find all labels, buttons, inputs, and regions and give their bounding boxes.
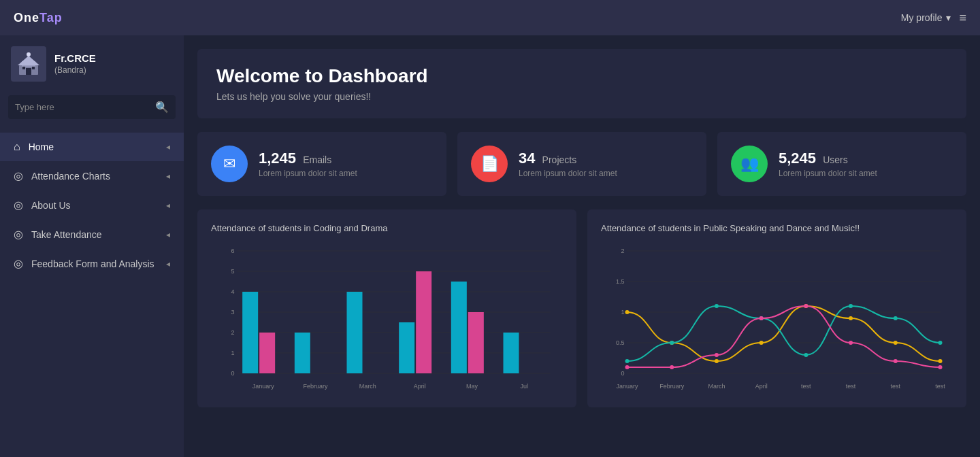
sidebar-item-label: Feedback Form and Analysis	[31, 258, 154, 269]
bar-pink-3	[416, 271, 431, 373]
my-profile-label: My profile	[901, 12, 943, 23]
chevron-icon: ◂	[166, 259, 170, 269]
bar-cyan-0	[242, 292, 258, 373]
svg-text:January: January	[616, 383, 638, 390]
feedback-icon: ◎	[14, 257, 23, 270]
svg-text:January: January	[252, 383, 275, 390]
svg-text:February: February	[303, 383, 328, 390]
chevron-icon: ◂	[166, 142, 170, 152]
bar-chart-title: Attendance of students in Coding and Dra…	[211, 223, 563, 233]
dot	[938, 365, 943, 369]
sidebar-logo-icon	[11, 46, 46, 82]
svg-text:6: 6	[231, 248, 234, 254]
about-icon: ◎	[14, 199, 23, 211]
dot	[894, 341, 898, 345]
chevron-down-icon: ▾	[946, 12, 951, 23]
stat-info-2: 5,245 Users Lorem ipsum dolor sit amet	[779, 150, 877, 178]
stat-card-0: ✉ 1,245 Emails Lorem ipsum dolor sit ame…	[197, 132, 446, 196]
bar-pink-4	[468, 312, 484, 373]
hamburger-icon[interactable]: ≡	[959, 11, 966, 25]
dot	[715, 304, 719, 308]
dot	[625, 310, 630, 314]
dot	[894, 316, 898, 320]
sidebar-item-feedback[interactable]: ◎ Feedback Form and Analysis ◂	[0, 249, 184, 278]
bar-cyan-5	[504, 333, 519, 373]
stat-label-2: Users	[823, 154, 848, 165]
my-profile-button[interactable]: My profile ▾	[901, 12, 951, 23]
charts-row: Attendance of students in Coding and Dra…	[197, 209, 966, 407]
svg-text:test: test	[935, 383, 945, 390]
stat-icon-1: 📄	[471, 146, 508, 182]
stat-number-0: 1,245 Emails	[259, 150, 357, 167]
welcome-banner: Welcome to Dashboard Lets us help you so…	[197, 49, 966, 118]
svg-text:April: April	[414, 383, 426, 390]
search-input[interactable]	[15, 102, 150, 112]
svg-text:4: 4	[231, 288, 234, 295]
svg-text:2: 2	[621, 248, 624, 254]
line-#eab308	[627, 306, 941, 361]
svg-text:1: 1	[231, 350, 234, 356]
welcome-title: Welcome to Dashboard	[216, 65, 947, 87]
top-nav: OneTap My profile ▾ ≡	[0, 0, 980, 35]
dot	[804, 353, 808, 357]
sidebar-logo: Fr.CRCE (Bandra)	[0, 46, 184, 95]
chevron-icon: ◂	[166, 230, 170, 239]
stat-number-2: 5,245 Users	[779, 150, 877, 167]
building-icon	[16, 52, 41, 76]
svg-marker-2	[18, 56, 39, 65]
stat-desc-2: Lorem ipsum dolor sit amet	[779, 169, 877, 178]
bar-chart-card: Attendance of students in Coding and Dra…	[197, 209, 576, 407]
svg-text:1.5: 1.5	[616, 278, 625, 285]
sidebar-item-take-attendance[interactable]: ◎ Take Attendance ◂	[0, 220, 184, 249]
svg-text:0: 0	[231, 370, 234, 377]
svg-text:1: 1	[621, 309, 624, 316]
stat-info-1: 34 Projects Lorem ipsum dolor sit amet	[519, 150, 617, 178]
sidebar-item-left: ◎ Attendance Charts	[14, 169, 110, 182]
dot	[625, 365, 630, 369]
sidebar-item-label: Attendance Charts	[31, 171, 110, 182]
sidebar-item-home[interactable]: ⌂ Home ◂	[0, 133, 184, 161]
dot	[715, 353, 719, 357]
stat-card-2: 👥 5,245 Users Lorem ipsum dolor sit amet	[717, 132, 966, 196]
svg-rect-3	[26, 68, 31, 75]
dot	[670, 341, 674, 345]
stat-icon-2: 👥	[731, 146, 768, 182]
dot	[715, 359, 719, 363]
sidebar-logo-subtitle: (Bandra)	[54, 65, 96, 76]
sidebar-item-left: ◎ About Us	[14, 199, 71, 211]
svg-text:March: March	[708, 383, 725, 390]
sidebar-item-label: Home	[29, 141, 54, 152]
svg-rect-4	[22, 67, 25, 69]
stat-icon-0: ✉	[211, 146, 248, 182]
line-chart-title: Attendance of students in Public Speakin…	[601, 223, 953, 233]
sidebar-item-attendance[interactable]: ◎ Attendance Charts ◂	[0, 161, 184, 190]
line-chart-card: Attendance of students in Public Speakin…	[587, 209, 966, 407]
sidebar-search[interactable]: 🔍	[8, 95, 176, 119]
sidebar-item-label: Take Attendance	[31, 229, 102, 240]
svg-text:5: 5	[231, 268, 234, 275]
dot	[938, 359, 943, 363]
stat-desc-0: Lorem ipsum dolor sit amet	[259, 169, 357, 178]
svg-point-6	[27, 52, 31, 56]
svg-text:0: 0	[621, 370, 624, 377]
bar-chart-svg: 0123456JanuaryFebruaryMarchAprilMayJul	[211, 244, 563, 394]
dot	[804, 304, 808, 308]
svg-text:April: April	[755, 383, 768, 390]
sidebar-logo-text: Fr.CRCE (Bandra)	[54, 52, 96, 75]
stat-card-1: 📄 34 Projects Lorem ipsum dolor sit amet	[457, 132, 706, 196]
dot	[849, 304, 853, 308]
brand-part2: Tap	[39, 11, 63, 24]
dot	[760, 341, 764, 345]
bar-cyan-3	[399, 322, 414, 373]
search-icon: 🔍	[155, 101, 169, 114]
svg-text:Jul: Jul	[520, 383, 528, 390]
brand: OneTap	[14, 11, 63, 25]
line-#14b8a6	[627, 306, 941, 361]
sidebar-item-label: About Us	[31, 200, 71, 211]
line-chart-container: 00.511.52JanuaryFebruaryMarchApriltestte…	[601, 244, 953, 394]
bar-cyan-2	[347, 292, 363, 373]
sidebar-item-about[interactable]: ◎ About Us ◂	[0, 190, 184, 220]
chevron-icon: ◂	[166, 171, 170, 181]
dot	[938, 341, 943, 345]
main-content: Welcome to Dashboard Lets us help you so…	[184, 35, 980, 457]
